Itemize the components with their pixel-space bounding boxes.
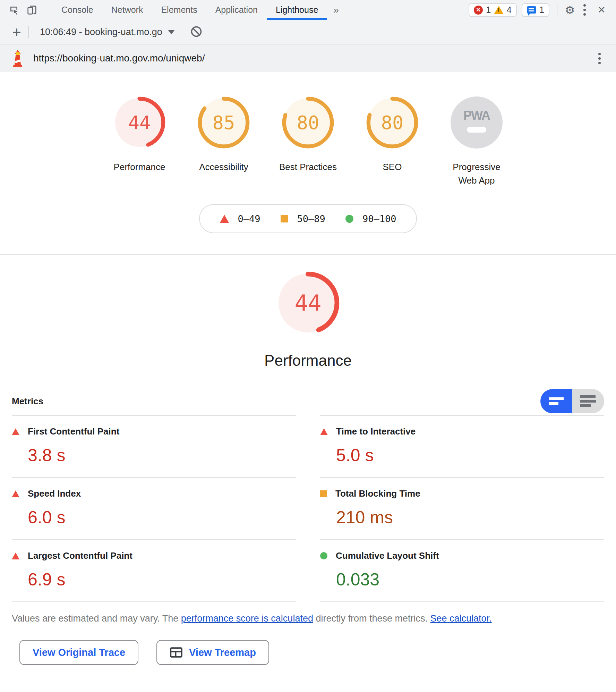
score-item-best-practices: 80 Best Practices xyxy=(266,96,350,187)
message-count: 1 xyxy=(539,5,544,15)
metrics-grid: First Contentful Paint 3.8 s Time to Int… xyxy=(12,415,604,602)
chevron-down-icon xyxy=(168,30,175,34)
new-report-button[interactable]: + xyxy=(8,25,26,39)
error-count: 1 xyxy=(486,5,491,15)
treemap-icon xyxy=(170,647,183,658)
messages-badge[interactable]: 1 xyxy=(522,3,549,17)
expanded-view-icon xyxy=(580,395,596,407)
devtools-toolbar: Console Network Elements Application Lig… xyxy=(0,0,616,20)
settings-gear-icon[interactable]: ⚙ xyxy=(565,5,575,16)
score-item-accessibility: 85 Accessibility xyxy=(182,96,266,187)
warning-icon xyxy=(494,6,504,14)
message-icon xyxy=(527,6,536,14)
more-tabs-chevron-icon[interactable]: » xyxy=(327,0,345,20)
pass-circle-icon xyxy=(320,552,327,559)
tab-console[interactable]: Console xyxy=(52,0,102,20)
view-original-trace-button[interactable]: View Original Trace xyxy=(19,640,138,665)
error-icon: ✕ xyxy=(474,6,483,15)
metric-value: 210 ms xyxy=(336,507,604,528)
see-calculator-link[interactable]: See calculator. xyxy=(430,613,492,624)
fail-triangle-icon xyxy=(220,215,229,223)
device-toolbar-icon[interactable] xyxy=(23,0,41,20)
pwa-badge-text: PWA xyxy=(451,108,503,123)
pwa-badge[interactable]: PWA xyxy=(451,96,503,149)
devtools-tabs: Console Network Elements Application Lig… xyxy=(52,0,327,20)
metrics-heading: Metrics xyxy=(12,396,43,407)
average-square-icon xyxy=(320,490,327,497)
report-url-bar: https://booking-uat.mo.gov.mo/uniqweb/ xyxy=(0,44,616,72)
tab-lighthouse[interactable]: Lighthouse xyxy=(267,0,327,20)
estimate-disclaimer: Values are estimated and may vary. The p… xyxy=(0,613,616,624)
pwa-dash-icon xyxy=(467,127,486,133)
performance-title: Performance xyxy=(0,352,616,369)
issues-badge[interactable]: ✕ 1 4 xyxy=(469,3,517,17)
legend-pass: 90–100 xyxy=(345,213,396,224)
score-label: Performance xyxy=(108,160,172,174)
report-selector-dropdown[interactable]: 10:06:49 - booking-uat.mo.go xyxy=(40,27,175,37)
metric-value: 6.0 s xyxy=(28,507,296,528)
metric-cumulative-layout-shift: Cumulative Layout Shift 0.033 xyxy=(320,539,604,602)
score-label: SEO xyxy=(360,160,425,174)
clear-reports-icon[interactable] xyxy=(190,25,203,39)
report-actions: View Original Trace View Treemap xyxy=(19,640,616,665)
score-item-seo: 80 SEO xyxy=(350,96,435,187)
fail-triangle-icon xyxy=(12,428,19,435)
tab-elements[interactable]: Elements xyxy=(152,0,206,20)
metrics-toggle-condensed[interactable] xyxy=(540,389,572,413)
fail-triangle-icon xyxy=(12,490,19,497)
performance-gauge[interactable]: 44 xyxy=(113,96,165,149)
seo-gauge[interactable]: 80 xyxy=(366,96,418,149)
tab-network[interactable]: Network xyxy=(102,0,152,20)
metric-value: 0.033 xyxy=(336,569,604,590)
fail-triangle-icon xyxy=(320,428,328,435)
metric-speed-index: Speed Index 6.0 s xyxy=(12,477,296,539)
score-scale-legend: 0–49 50–89 90–100 xyxy=(199,204,417,233)
score-item-pwa: PWA Progressive Web App xyxy=(435,96,519,187)
close-icon[interactable]: ✕ xyxy=(594,4,609,16)
fail-triangle-icon xyxy=(12,552,19,559)
metric-time-to-interactive: Time to Interactive 5.0 s xyxy=(320,415,604,477)
metric-largest-contentful-paint: Largest Contentful Paint 6.9 s xyxy=(12,539,296,602)
metrics-view-toggle xyxy=(540,389,604,413)
score-item-performance: 44 Performance xyxy=(97,96,182,187)
score-label: Progressive Web App xyxy=(445,160,509,187)
view-treemap-button[interactable]: View Treemap xyxy=(156,640,269,665)
toolbar-divider xyxy=(44,4,44,16)
performance-hero-gauge[interactable]: 44 xyxy=(276,271,340,335)
lighthouse-session-bar: + 10:06:49 - booking-uat.mo.go xyxy=(0,20,616,44)
average-square-icon xyxy=(281,215,288,222)
session-divider xyxy=(28,26,29,38)
performance-section-header: 44 Performance xyxy=(0,255,616,369)
metric-first-contentful-paint: First Contentful Paint 3.8 s xyxy=(12,415,296,477)
warning-count: 4 xyxy=(507,5,512,15)
accessibility-gauge[interactable]: 85 xyxy=(198,96,250,149)
pass-circle-icon xyxy=(345,215,353,223)
metric-value: 3.8 s xyxy=(28,445,296,465)
lighthouse-report: 44 Performance 85 Accessibility 80 xyxy=(0,72,616,665)
category-scores: 44 Performance 85 Accessibility 80 xyxy=(0,72,616,187)
report-url[interactable]: https://booking-uat.mo.gov.mo/uniqweb/ xyxy=(33,53,205,64)
score-label: Accessibility xyxy=(192,160,256,174)
metrics-toggle-expanded[interactable] xyxy=(572,389,604,413)
lighthouse-icon xyxy=(12,49,24,67)
toolbar-divider xyxy=(557,4,557,16)
inspect-element-icon[interactable] xyxy=(5,0,23,20)
tab-application[interactable]: Application xyxy=(206,0,267,20)
metric-total-blocking-time: Total Blocking Time 210 ms xyxy=(320,477,604,539)
report-options-icon[interactable] xyxy=(595,51,604,66)
more-options-icon[interactable] xyxy=(580,2,589,18)
condensed-view-icon xyxy=(549,397,564,405)
best-practices-gauge[interactable]: 80 xyxy=(282,96,334,149)
score-label: Best Practices xyxy=(276,160,340,174)
legend-average: 50–89 xyxy=(281,213,325,224)
report-selector-label: 10:06:49 - booking-uat.mo.go xyxy=(40,27,162,37)
legend-fail: 0–49 xyxy=(220,213,260,224)
score-calculation-link[interactable]: performance score is calculated xyxy=(181,613,313,624)
metric-value: 6.9 s xyxy=(28,569,296,590)
metrics-section: Metrics First Contentful Paint 3.8 s xyxy=(0,389,616,602)
metric-value: 5.0 s xyxy=(336,445,604,465)
